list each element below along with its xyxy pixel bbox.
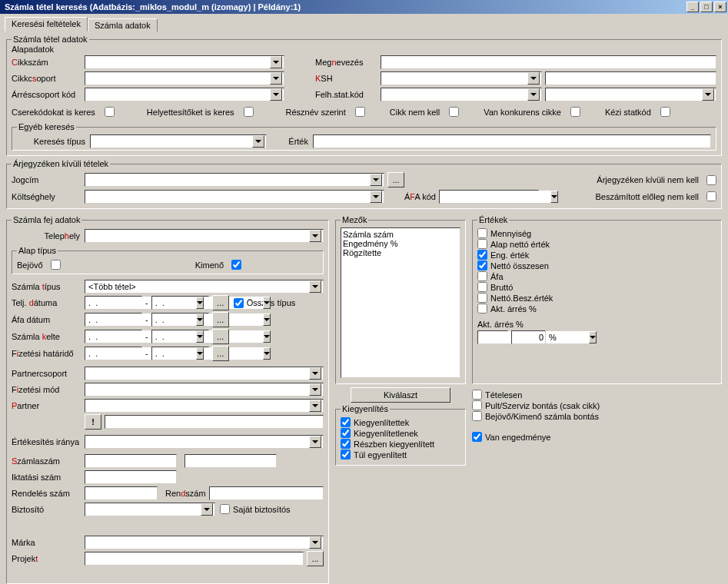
input-afakod[interactable] bbox=[439, 190, 539, 204]
input-telj-from[interactable] bbox=[85, 296, 142, 310]
label-marka: Márka bbox=[12, 538, 85, 547]
check-kiegy4[interactable] bbox=[341, 450, 351, 460]
input-jogcim[interactable] bbox=[85, 173, 384, 187]
check-cserek[interactable] bbox=[105, 107, 115, 117]
input-partnercsoport[interactable] bbox=[85, 367, 324, 380]
input-ksh-text[interactable] bbox=[545, 71, 716, 85]
group-szamla-fej: Számla fej adatok Telephely Alap típus B… bbox=[6, 215, 329, 584]
check-reszn[interactable] bbox=[355, 107, 365, 117]
tab-szamla-adatok[interactable]: Számla adatok bbox=[88, 18, 158, 32]
check-akt-arres[interactable] bbox=[477, 304, 487, 314]
label-akt-arres2: Akt. árrés % bbox=[477, 320, 716, 329]
input-felh2[interactable] bbox=[545, 88, 716, 101]
check-kiegy2[interactable] bbox=[341, 428, 351, 438]
button-partner-info[interactable]: ! bbox=[85, 414, 101, 430]
title-bar: Számla tétel keresés (Adatbázis:_miklos_… bbox=[0, 0, 728, 14]
list-item[interactable]: Rögzítette bbox=[343, 248, 458, 257]
tab-strip: Keresési feltételek Számla adatok bbox=[0, 14, 728, 32]
input-ksh[interactable] bbox=[381, 71, 542, 85]
input-megnevezes[interactable] bbox=[381, 55, 716, 69]
label-helyett: Helyettesítőket is keres bbox=[147, 108, 234, 117]
check-cikknem[interactable] bbox=[449, 107, 459, 117]
input-afa-from[interactable] bbox=[85, 313, 142, 327]
check-mennyiseg[interactable] bbox=[477, 228, 487, 238]
input-keres-tipus[interactable] bbox=[90, 134, 267, 148]
check-kimeno[interactable] bbox=[231, 260, 241, 270]
list-item[interactable]: Számla szám bbox=[343, 230, 458, 239]
button-projekt-browse[interactable]: ... bbox=[307, 551, 324, 566]
input-cikkcsoport[interactable] bbox=[85, 71, 284, 85]
check-afa[interactable] bbox=[477, 271, 487, 281]
group-ertekek: Értékek Mennyiség Alap nettó érték Eng. … bbox=[472, 215, 722, 384]
input-arres-val[interactable] bbox=[511, 330, 546, 344]
check-eng-ertek[interactable] bbox=[477, 250, 487, 260]
label-cikkszam: Cikkszám bbox=[12, 58, 85, 67]
check-brutto[interactable] bbox=[477, 282, 487, 292]
input-ert-iranya[interactable] bbox=[85, 435, 324, 449]
label-szamlaszam: Számlaszám bbox=[12, 456, 85, 466]
input-fizmod[interactable] bbox=[85, 383, 324, 397]
button-kivalaszt[interactable]: Kiválaszt bbox=[351, 387, 450, 403]
input-szamlaszam-to[interactable] bbox=[184, 454, 277, 468]
input-koltseghely[interactable] bbox=[85, 190, 384, 204]
check-kezistat[interactable] bbox=[660, 107, 670, 117]
label-fizmod: Fizetési mód bbox=[12, 385, 85, 394]
input-cikkszam[interactable] bbox=[85, 55, 284, 69]
input-felh[interactable] bbox=[381, 88, 542, 101]
check-kiegy1[interactable] bbox=[341, 417, 351, 427]
check-pult-szerviz[interactable] bbox=[472, 400, 482, 410]
check-helyett[interactable] bbox=[244, 107, 254, 117]
check-besz-eloleg[interactable] bbox=[706, 191, 716, 201]
label-jogcim: Jogcím bbox=[12, 175, 85, 184]
check-tetelesen[interactable] bbox=[472, 390, 482, 400]
input-szamla-tipus[interactable] bbox=[85, 280, 324, 294]
label-partner: Partner bbox=[12, 401, 85, 410]
check-alap-netto[interactable] bbox=[477, 239, 487, 249]
tab-keresesi-feltetelek[interactable]: Keresési feltételek bbox=[5, 17, 88, 32]
input-partner[interactable] bbox=[85, 399, 324, 413]
maximize-button[interactable]: □ bbox=[700, 2, 713, 12]
label-iktatasi: Iktatási szám bbox=[12, 473, 85, 482]
input-rendeles[interactable] bbox=[85, 486, 158, 500]
input-arres-op[interactable] bbox=[477, 330, 508, 344]
input-iktatasi[interactable] bbox=[85, 470, 177, 484]
input-biztosito[interactable] bbox=[85, 503, 215, 516]
button-telj-browse[interactable]: ... bbox=[212, 295, 229, 310]
button-fizh-browse[interactable]: ... bbox=[212, 346, 229, 361]
button-kelte-browse[interactable]: ... bbox=[212, 329, 229, 344]
input-szamlaszam-from[interactable] bbox=[85, 454, 177, 468]
check-netto-ossz[interactable] bbox=[477, 260, 487, 270]
label-ert-iranya: Értékesítés iránya bbox=[12, 437, 85, 446]
check-bejo-kimen[interactable] bbox=[472, 411, 482, 421]
input-partner-text[interactable] bbox=[105, 415, 324, 429]
label-osszes-tipus: Összes típus bbox=[247, 298, 296, 307]
check-osszes-tipus[interactable] bbox=[234, 298, 244, 308]
check-arjk-nemkell[interactable] bbox=[706, 175, 716, 185]
input-arrescs[interactable] bbox=[85, 88, 284, 101]
close-button[interactable]: × bbox=[714, 2, 726, 12]
label-bejovo: Bejövő bbox=[17, 260, 43, 270]
input-marka[interactable] bbox=[85, 536, 324, 549]
check-kiegy3[interactable] bbox=[341, 439, 351, 449]
listbox-mezok[interactable]: Számla szám Engedmény % Rögzítette bbox=[341, 227, 460, 378]
button-jogcim-browse[interactable]: ... bbox=[387, 172, 404, 187]
list-item[interactable]: Engedmény % bbox=[343, 239, 458, 248]
check-netto-besz[interactable] bbox=[477, 293, 487, 303]
button-afa-browse[interactable]: ... bbox=[212, 312, 229, 327]
input-ertek[interactable] bbox=[313, 134, 711, 148]
check-sajat-bizt[interactable] bbox=[220, 504, 230, 514]
check-van-enged[interactable] bbox=[472, 432, 482, 442]
input-kelte-from[interactable] bbox=[85, 330, 142, 343]
input-fizh-from[interactable] bbox=[85, 347, 142, 360]
label-telj-datuma: Telj. dátuma bbox=[12, 298, 85, 307]
check-bejovo[interactable] bbox=[51, 260, 61, 270]
label-ertek: Érték bbox=[267, 137, 313, 146]
input-projekt[interactable] bbox=[85, 552, 304, 566]
label-kimeno: Kimenő bbox=[195, 260, 224, 270]
check-vankonk[interactable] bbox=[570, 107, 580, 117]
label-cserek: Cserekódokat is keres bbox=[12, 108, 95, 117]
input-rendszam[interactable] bbox=[209, 486, 324, 500]
minimize-button[interactable]: _ bbox=[686, 2, 699, 12]
input-telephely[interactable] bbox=[85, 229, 324, 243]
label-projekt: Projekt bbox=[12, 554, 85, 563]
